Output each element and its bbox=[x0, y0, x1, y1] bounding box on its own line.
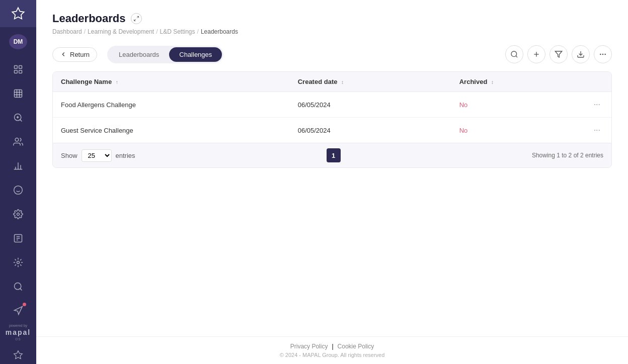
row-actions-cell: ··· bbox=[583, 118, 611, 143]
toolbar-actions bbox=[505, 45, 612, 63]
footer-links: Privacy Policy | Cookie Policy bbox=[290, 343, 374, 350]
svg-line-11 bbox=[20, 120, 22, 122]
footer-separator: | bbox=[332, 343, 333, 350]
add-button[interactable] bbox=[527, 45, 545, 63]
page-title: Leaderboards bbox=[52, 12, 126, 25]
svg-marker-0 bbox=[12, 8, 24, 19]
breadcrumb: Dashboard / Learning & Development / L&D… bbox=[52, 28, 612, 35]
per-page-select[interactable]: 25 10 50 100 bbox=[82, 149, 112, 162]
svg-marker-30 bbox=[14, 350, 23, 358]
privacy-policy-link[interactable]: Privacy Policy bbox=[290, 343, 328, 350]
breadcrumb-dashboard[interactable]: Dashboard bbox=[52, 28, 82, 35]
svg-point-19 bbox=[14, 186, 23, 195]
table-row: Food Allergens Challenge 06/05/2024 No ·… bbox=[53, 92, 611, 118]
svg-line-31 bbox=[137, 17, 139, 19]
challenge-name-cell: Guest Service Challenge bbox=[53, 118, 290, 143]
page-title-row: Leaderboards bbox=[52, 12, 612, 25]
svg-point-27 bbox=[17, 261, 20, 264]
sidebar-item-face[interactable] bbox=[7, 179, 29, 201]
entries-label: entries bbox=[116, 152, 135, 159]
breadcrumb-ld-settings[interactable]: L&D Settings bbox=[160, 28, 195, 35]
brand-label: mapal bbox=[6, 328, 31, 336]
sort-archived-icon: ↕ bbox=[491, 79, 494, 85]
row-actions-cell: ··· bbox=[583, 92, 611, 118]
tab-group: Leaderboards Challenges bbox=[107, 46, 223, 63]
svg-rect-5 bbox=[15, 90, 22, 98]
sidebar-item-report[interactable] bbox=[7, 227, 29, 249]
content-area: Leaderboards Dashboard / Learning & Deve… bbox=[36, 0, 628, 336]
row-more-button[interactable]: ··· bbox=[591, 99, 603, 110]
col-created-date[interactable]: Created date ↕ bbox=[290, 72, 451, 92]
sidebar-item-settings2[interactable] bbox=[7, 251, 29, 274]
svg-point-14 bbox=[15, 138, 19, 142]
user-avatar[interactable]: DM bbox=[9, 34, 27, 49]
svg-rect-2 bbox=[19, 66, 22, 69]
sidebar-item-search[interactable] bbox=[7, 276, 29, 298]
search-button[interactable] bbox=[505, 45, 523, 63]
page-numbers: 1 bbox=[135, 148, 532, 162]
svg-rect-3 bbox=[15, 70, 18, 73]
svg-point-40 bbox=[602, 54, 603, 54]
footer-copyright: © 2024 - MAPAL Group. All rights reserve… bbox=[280, 352, 385, 358]
sidebar: DM bbox=[0, 0, 36, 364]
powered-by-label: powered by bbox=[6, 324, 31, 327]
page-1-button[interactable]: 1 bbox=[327, 148, 341, 162]
entries-info: Showing 1 to 2 of 2 entries bbox=[532, 152, 603, 159]
sidebar-nav bbox=[0, 56, 36, 324]
svg-point-22 bbox=[17, 213, 20, 216]
svg-line-34 bbox=[516, 56, 517, 57]
table-row: Guest Service Challenge 06/05/2024 No ··… bbox=[53, 118, 611, 143]
tab-leaderboards[interactable]: Leaderboards bbox=[109, 47, 169, 62]
download-button[interactable] bbox=[572, 45, 590, 63]
more-button[interactable] bbox=[594, 45, 612, 63]
sort-created-date-icon: ↕ bbox=[341, 79, 344, 85]
sidebar-item-team[interactable] bbox=[7, 131, 29, 153]
challenges-table: Challenge Name ↑ Created date ↕ Archived… bbox=[52, 71, 612, 168]
return-button[interactable]: Return bbox=[52, 47, 97, 62]
sidebar-item-dashboard[interactable] bbox=[7, 58, 29, 80]
sidebar-item-chart[interactable] bbox=[7, 155, 29, 177]
challenge-name-cell: Food Allergens Challenge bbox=[53, 92, 290, 118]
svg-point-41 bbox=[605, 54, 605, 54]
sidebar-item-analytics[interactable] bbox=[7, 107, 29, 129]
svg-rect-1 bbox=[15, 66, 18, 69]
col-challenge-name[interactable]: Challenge Name ↑ bbox=[53, 72, 290, 92]
main-content: Leaderboards Dashboard / Learning & Deve… bbox=[36, 0, 628, 364]
show-label: Show bbox=[61, 152, 77, 159]
breadcrumb-current: Leaderboards bbox=[201, 28, 238, 35]
expand-button[interactable] bbox=[131, 13, 142, 24]
sidebar-item-settings[interactable] bbox=[7, 203, 29, 225]
svg-point-28 bbox=[15, 283, 21, 290]
tab-challenges[interactable]: Challenges bbox=[169, 47, 222, 62]
archived-cell: No bbox=[451, 118, 583, 143]
cookie-policy-link[interactable]: Cookie Policy bbox=[338, 343, 374, 350]
created-date-cell: 06/05/2024 bbox=[290, 118, 451, 143]
sidebar-bottom-star[interactable] bbox=[7, 345, 29, 364]
svg-marker-37 bbox=[555, 51, 562, 57]
footer: Privacy Policy | Cookie Policy © 2024 - … bbox=[36, 336, 628, 364]
filter-button[interactable] bbox=[550, 45, 568, 63]
svg-rect-4 bbox=[19, 70, 22, 73]
svg-line-32 bbox=[134, 19, 136, 21]
toolbar: Return Leaderboards Challenges bbox=[52, 45, 612, 63]
app-logo[interactable] bbox=[0, 0, 36, 27]
show-entries: Show 25 10 50 100 entries bbox=[61, 149, 135, 162]
sort-challenge-name-icon: ↑ bbox=[116, 79, 118, 85]
pagination-row: Show 25 10 50 100 entries 1 Showing 1 to… bbox=[53, 143, 611, 167]
svg-line-29 bbox=[20, 289, 22, 291]
svg-point-39 bbox=[600, 54, 601, 54]
row-more-button[interactable]: ··· bbox=[591, 125, 603, 136]
col-archived[interactable]: Archived ↕ bbox=[451, 72, 583, 92]
created-date-cell: 06/05/2024 bbox=[290, 92, 451, 118]
breadcrumb-ld[interactable]: Learning & Development bbox=[88, 28, 154, 35]
sidebar-item-grid[interactable] bbox=[7, 82, 29, 105]
svg-point-33 bbox=[511, 51, 517, 57]
archived-cell: No bbox=[451, 92, 583, 118]
sidebar-item-megaphone[interactable] bbox=[7, 300, 29, 322]
